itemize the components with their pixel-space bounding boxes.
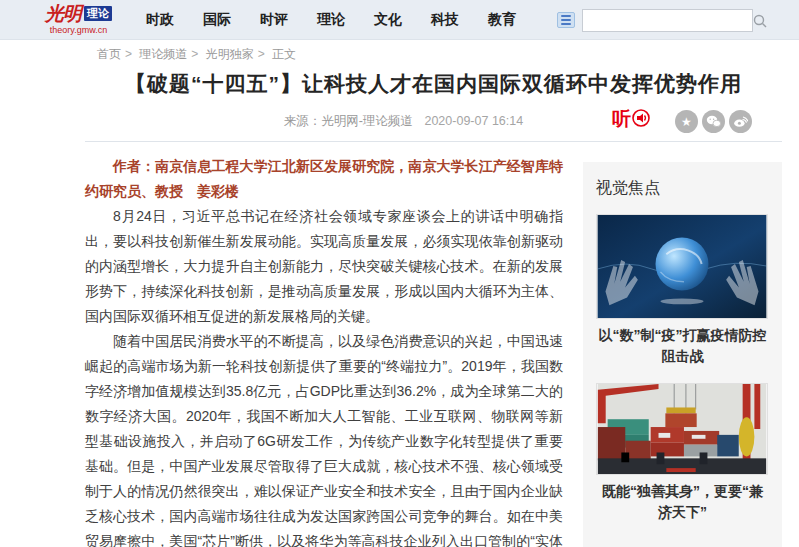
nav-item-keji[interactable]: 科技 <box>431 11 459 29</box>
visual-focus-box: 视觉焦点 <box>583 162 782 547</box>
search-input[interactable] <box>583 10 750 31</box>
visual-focus-title: 视觉焦点 <box>596 178 769 199</box>
breadcrumb-separator: > <box>191 47 198 61</box>
search-box <box>582 9 753 32</box>
shipping-containers-image <box>596 383 768 475</box>
paragraph: 8月24日，习近平总书记在经济社会领域专家座谈会上的讲话中明确指出，要以科技创新… <box>85 204 563 329</box>
nav-item-shizheng[interactable]: 时政 <box>146 11 174 29</box>
breadcrumb-current: 正文 <box>272 47 296 61</box>
favorite-star-icon[interactable]: ★ <box>675 110 698 133</box>
logo-lilun-badge: 理论 <box>84 6 112 21</box>
nav-item-lilun[interactable]: 理论 <box>317 11 345 29</box>
logo-row: 光明 理论 <box>45 4 112 23</box>
nav-item-shiping[interactable]: 时评 <box>260 11 288 29</box>
weibo-icon <box>733 115 748 128</box>
wechat-share-icon[interactable] <box>702 110 725 133</box>
wechat-icon <box>706 115 721 128</box>
nav-item-guoji[interactable]: 国际 <box>203 11 231 29</box>
source-label[interactable]: 来源：光明网-理论频道 <box>284 114 413 128</box>
digital-globe-hands-image <box>596 214 768 319</box>
weibo-share-icon[interactable] <box>729 110 752 133</box>
breadcrumb: 首页> 理论频道> 光明独家> 正文 <box>97 46 799 63</box>
visual-focus-caption-2[interactable]: 既能“独善其身”，更要“兼济天下” <box>598 481 767 523</box>
article-body: 作者：南京信息工程大学江北新区发展研究院，南京大学长江产经智库特约研究员、教授 … <box>85 154 563 547</box>
nav-item-wenhua[interactable]: 文化 <box>374 11 402 29</box>
breadcrumb-section[interactable]: 光明独家 <box>206 47 254 61</box>
right-sidebar: 视觉焦点 <box>583 162 782 547</box>
two-column-layout: 作者：南京信息工程大学江北新区发展研究院，南京大学长江产经智库特约研究员、教授 … <box>85 154 782 547</box>
visual-focus-caption-1[interactable]: 以“数”制“疫”打赢疫情防控阻击战 <box>598 325 767 367</box>
author-line: 作者：南京信息工程大学江北新区发展研究院，南京大学长江产经智库特约研究员、教授 … <box>85 154 563 204</box>
nav-item-jiaoyu[interactable]: 教育 <box>488 11 516 29</box>
menu-icon[interactable] <box>557 12 575 28</box>
star-glyph: ★ <box>681 115 692 129</box>
content-area: 【破题“十四五”】让科技人才在国内国际双循环中发挥优势作用 来源：光明网-理论频… <box>85 70 782 547</box>
visual-focus-item-2[interactable]: 既能“独善其身”，更要“兼济天下” <box>596 383 769 523</box>
listen-button[interactable]: 听 <box>612 108 651 128</box>
listen-label: 听 <box>612 109 631 128</box>
page: 光明 理论 theory.gmw.cn 时政 国际 时评 理论 文化 科技 教育… <box>0 0 799 547</box>
header-divider <box>85 141 782 142</box>
speaker-wave-icon <box>631 108 651 128</box>
paragraph: 随着中国居民消费水平的不断提高，以及绿色消费意识的兴起，中国迅速崛起的高端市场为… <box>85 329 563 547</box>
logo-guangming-text: 光明 <box>45 4 81 23</box>
article-title: 【破题“十四五”】让科技人才在国内国际双循环中发挥优势作用 <box>85 70 782 98</box>
search-icon[interactable] <box>750 13 770 29</box>
publish-datetime: 2020-09-07 16:14 <box>424 114 523 128</box>
logo-domain-text: theory.gmw.cn <box>45 26 112 35</box>
article-meta-row: 来源：光明网-理论频道 2020-09-07 16:14 听 ★ <box>85 103 782 140</box>
visual-focus-item-1[interactable]: 以“数”制“疫”打赢疫情防控阻击战 <box>596 214 769 367</box>
breadcrumb-separator: > <box>125 47 132 61</box>
main-nav: 时政 国际 时评 理论 文化 科技 教育 <box>146 11 545 29</box>
top-navigation-bar: 光明 理论 theory.gmw.cn 时政 国际 时评 理论 文化 科技 教育 <box>0 0 799 40</box>
breadcrumb-channel[interactable]: 理论频道 <box>139 47 187 61</box>
breadcrumb-separator: > <box>258 47 265 61</box>
site-logo[interactable]: 光明 理论 theory.gmw.cn <box>45 4 112 35</box>
share-buttons: ★ <box>675 110 752 133</box>
breadcrumb-home[interactable]: 首页 <box>97 47 121 61</box>
